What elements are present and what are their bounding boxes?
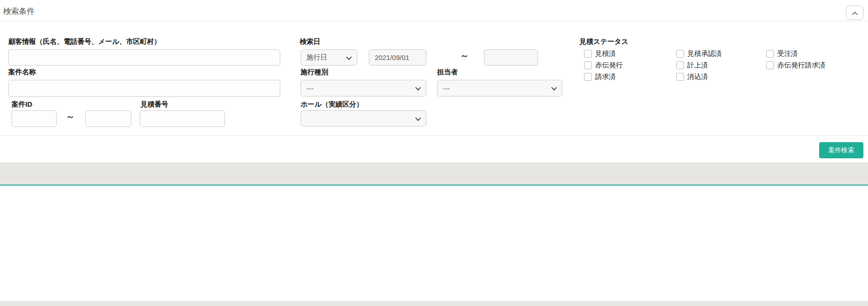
page-background-band xyxy=(0,162,868,185)
hall-label: ホール（実績区分） xyxy=(301,100,363,109)
checkbox-label: 消込済 xyxy=(687,72,708,81)
chevron-down-icon xyxy=(415,114,421,122)
project-id-from-input[interactable] xyxy=(12,110,57,127)
estimate-status-column: 受注済赤伝発行請求済 xyxy=(766,50,826,73)
checkbox-label: 計上済 xyxy=(687,61,708,70)
checkbox-label: 赤伝発行 xyxy=(595,61,623,70)
checkbox-label: 赤伝発行請求済 xyxy=(777,61,826,70)
status-checkbox-item[interactable]: 消込済 xyxy=(676,73,722,81)
status-checkbox-item[interactable]: 計上済 xyxy=(676,61,722,69)
panel-footer-divider xyxy=(0,135,868,136)
manager-value: --- xyxy=(443,84,450,92)
checkbox[interactable] xyxy=(676,73,684,81)
construction-type-label: 施行種別 xyxy=(301,68,328,77)
estimate-status-column: 見積済赤伝発行請求済 xyxy=(584,50,623,84)
status-checkbox-item[interactable]: 見積済 xyxy=(584,50,623,58)
project-search-button[interactable]: 案件検索 xyxy=(819,142,863,158)
panel-title: 検索条件 xyxy=(3,6,35,17)
panel-titlebar: 検索条件 xyxy=(0,0,868,21)
chevron-down-icon xyxy=(415,84,421,92)
estimate-no-label: 見積番号 xyxy=(141,100,168,109)
customer-info-label: 顧客情報（氏名、電話番号、メール、市区町村） xyxy=(8,37,161,46)
search-date-from-input[interactable]: 2021/09/01 xyxy=(369,49,426,66)
status-checkbox-item[interactable]: 赤伝発行 xyxy=(584,61,623,69)
search-date-type-select[interactable]: 施行日 xyxy=(301,49,357,66)
checkbox[interactable] xyxy=(676,61,684,69)
checkbox[interactable] xyxy=(766,50,774,58)
status-checkbox-item[interactable]: 受注済 xyxy=(766,50,826,58)
estimate-status-label: 見積ステータス xyxy=(579,37,628,46)
checkbox[interactable] xyxy=(584,73,592,81)
checkbox[interactable] xyxy=(766,61,774,69)
project-name-label: 案件名称 xyxy=(8,68,36,77)
search-date-label: 検索日 xyxy=(300,37,320,46)
page-background-band-bottom xyxy=(0,301,868,306)
project-id-separator: ～ xyxy=(66,111,75,123)
project-id-to-input[interactable] xyxy=(85,110,131,127)
date-range-separator: ～ xyxy=(460,50,469,62)
checkbox[interactable] xyxy=(584,50,592,58)
checkbox[interactable] xyxy=(584,61,592,69)
search-date-to-input[interactable] xyxy=(484,49,538,66)
status-checkbox-item[interactable]: 見積承認済 xyxy=(676,50,722,58)
status-checkbox-item[interactable]: 請求済 xyxy=(584,73,623,81)
manager-label: 担当者 xyxy=(437,68,458,77)
construction-type-select[interactable]: --- xyxy=(301,80,426,96)
construction-type-value: --- xyxy=(307,84,313,92)
project-id-label: 案件ID xyxy=(12,100,32,109)
chevron-down-icon xyxy=(551,84,557,92)
checkbox-label: 請求済 xyxy=(595,72,616,81)
chevron-down-icon xyxy=(346,54,352,61)
checkbox-label: 受注済 xyxy=(777,49,798,58)
estimate-status-column: 見積承認済計上済消込済 xyxy=(676,50,722,84)
status-checkbox-item[interactable]: 赤伝発行請求済 xyxy=(766,61,826,69)
search-date-from-value: 2021/09/01 xyxy=(375,54,409,61)
checkbox-label: 見積承認済 xyxy=(687,49,722,58)
checkbox[interactable] xyxy=(676,50,684,58)
collapse-panel-button[interactable] xyxy=(846,6,863,20)
chevron-up-icon xyxy=(852,9,858,17)
estimate-no-input[interactable] xyxy=(140,110,225,127)
search-condition-panel: 検索条件 顧客情報（氏名、電話番号、メール、市区町村） 検索日 施行日 2021… xyxy=(0,0,868,162)
search-date-type-value: 施行日 xyxy=(307,53,327,62)
manager-select[interactable]: --- xyxy=(437,80,562,96)
hall-select[interactable] xyxy=(301,110,426,126)
results-panel: 10 件表示 案件ID案件名称施行種別ホール（実績区分）施行日見積番号ステータス… xyxy=(0,186,868,301)
customer-info-input[interactable] xyxy=(8,49,280,66)
checkbox-label: 見積済 xyxy=(595,49,616,58)
project-name-input[interactable] xyxy=(8,80,280,97)
